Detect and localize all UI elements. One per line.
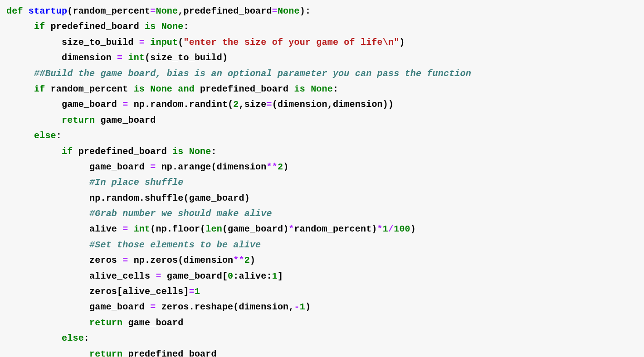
code-token: = (150, 162, 156, 172)
code-token: . (139, 193, 145, 203)
code-line: game_board = zeros.reshape(dimension,-1) (6, 302, 311, 312)
code-token: game_board (89, 162, 150, 172)
code-token: input (150, 37, 178, 48)
code-token: game_board (122, 318, 183, 328)
code-token: random (150, 99, 183, 110)
code-token: : (56, 130, 62, 141)
code-token: = (272, 6, 278, 16)
code-token: game_board (95, 115, 156, 125)
code-token: np (156, 162, 172, 172)
code-token: game_board[ (161, 271, 228, 281)
code-token: np (89, 193, 100, 203)
code-line: ##Build the game board, bias is an optio… (6, 68, 471, 79)
code-token: " (394, 37, 399, 48)
code-token: reshape(dimension, (195, 302, 294, 312)
code-token: None (311, 84, 333, 94)
code-line: if random_percent is None and predefined… (6, 84, 338, 94)
code-line: game_board = np.arange(dimension**2) (6, 162, 288, 172)
code-token (122, 53, 128, 63)
code-token: floor( (172, 224, 205, 234)
code-token: startup (29, 6, 67, 16)
code-token: None (189, 146, 211, 157)
code-token: / (388, 224, 394, 234)
code-token: ,predefined_board (178, 6, 272, 16)
code-line: np.random.shuffle(game_board) (6, 193, 250, 203)
code-token: * (288, 224, 294, 234)
code-token: = (122, 224, 128, 234)
code-token: ##Build the game board, bias is an optio… (34, 68, 471, 79)
code-token (172, 84, 178, 94)
code-line: #Grab number we should make alive (6, 208, 272, 219)
code-token: arange(dimension (178, 162, 266, 172)
code-token: \n (383, 37, 394, 48)
code-token: (size_to_build) (145, 53, 228, 63)
code-token: predefined_board (122, 349, 216, 357)
code-token: return (89, 349, 122, 357)
code-line: else: (6, 130, 62, 141)
code-token: zeros (156, 302, 189, 312)
code-token: np (128, 99, 145, 110)
code-token: 1 (195, 286, 200, 297)
code-token: = (156, 271, 161, 281)
code-token: = (139, 37, 145, 48)
code-token: 2 (244, 255, 250, 265)
code-token: 2 (278, 162, 283, 172)
code-token: if (34, 84, 45, 94)
code-line: zeros = np.zeros(dimension**2) (6, 255, 255, 265)
code-token: ) (283, 162, 288, 172)
code-token: = (150, 6, 156, 16)
code-token: (random_percent (67, 6, 150, 16)
code-token: (dimension,dimension)) (272, 99, 394, 110)
code-token: if (62, 146, 73, 157)
code-token: - (294, 302, 300, 312)
code-token: random_percent) (294, 224, 377, 234)
code-token: is (294, 84, 305, 94)
code-token: * (377, 224, 383, 234)
code-token: predefined_board (195, 84, 294, 94)
code-line: game_board = np.random.randint(2,size=(d… (6, 99, 394, 110)
code-line: size_to_build = input("enter the size of… (6, 37, 405, 48)
code-token: else (34, 130, 56, 141)
code-token: is (172, 146, 183, 157)
code-token: : (333, 84, 338, 94)
code-token: np (128, 255, 145, 265)
code-token: shuffle(game_board) (145, 193, 250, 203)
code-token: ** (267, 162, 278, 172)
code-line: zeros[alive_cells]=1 (6, 286, 200, 297)
code-token (183, 146, 189, 157)
code-token: ,size (239, 99, 267, 110)
code-token: 1 (383, 224, 388, 234)
code-token: . (145, 255, 150, 265)
code-line: else: (6, 333, 89, 343)
code-token: = (122, 255, 128, 265)
code-token: 2 (233, 99, 239, 110)
code-line: if predefined_board is None: (6, 21, 189, 32)
code-token: game_board (89, 302, 150, 312)
code-token: is (145, 21, 156, 32)
code-token (128, 224, 133, 234)
code-token: ) (399, 37, 405, 48)
code-token: . (145, 99, 150, 110)
code-token: random (106, 193, 139, 203)
code-token: #Set those elements to be alive (89, 240, 261, 250)
code-token: #In place shuffle (89, 177, 183, 188)
code-token: game_board (62, 99, 122, 110)
code-token: None (161, 21, 184, 32)
code-token: = (267, 99, 272, 110)
code-line: return game_board (6, 115, 156, 125)
code-token: = (122, 99, 128, 110)
code-line: #In place shuffle (6, 177, 183, 188)
code-token: is (134, 84, 145, 94)
code-token: 1 (300, 302, 305, 312)
code-token: else (62, 333, 84, 343)
code-token (145, 84, 150, 94)
code-token: ) (305, 302, 311, 312)
code-token: . (184, 99, 189, 110)
code-token: None (150, 84, 172, 94)
code-token: ** (233, 255, 244, 265)
code-token: None (156, 6, 178, 16)
code-line: return predefined_board (6, 349, 217, 357)
code-token: def (6, 6, 29, 16)
code-token: . (100, 193, 106, 203)
code-token: "enter the size of your game of life (183, 37, 382, 48)
